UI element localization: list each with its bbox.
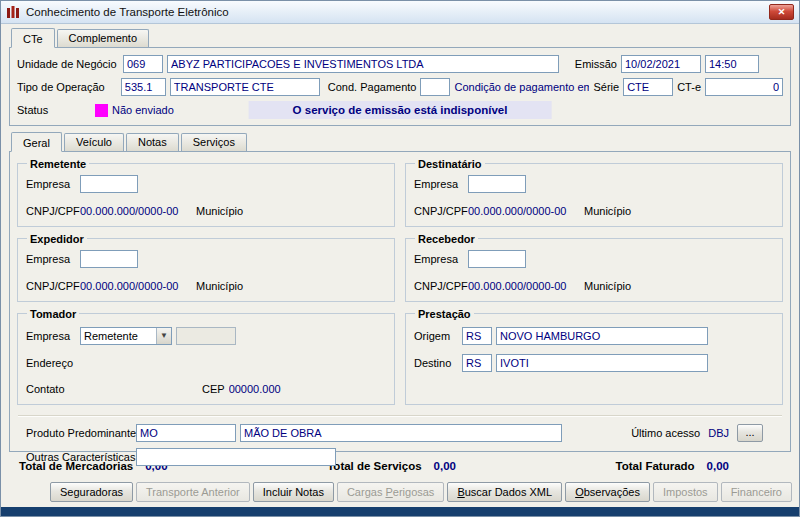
- tab-complemento[interactable]: Complemento: [57, 29, 149, 47]
- cargas-perigosas-button: Cargas Perigosas: [337, 482, 444, 502]
- destino-uf-input[interactable]: [462, 354, 492, 372]
- detail-tabset: Geral Veículo Notas Serviços: [11, 132, 791, 151]
- window-body: CTe Complemento Unidade de Negócio Emiss…: [1, 24, 799, 507]
- browse-button[interactable]: ...: [737, 424, 763, 442]
- incluir-notas-button[interactable]: Incluir Notas: [253, 482, 334, 502]
- contato-label: Contato: [26, 383, 76, 395]
- tomador-group: Tomador Empresa Remetente ▼ Endereço Con…: [17, 308, 395, 405]
- tab-veiculo[interactable]: Veículo: [64, 133, 124, 151]
- button-bar: Seguradoras Transporte Anterior Incluir …: [9, 477, 791, 507]
- cond-pagamento-label: Cond. Pagamento: [328, 81, 417, 93]
- status-value: Não enviado: [112, 104, 174, 116]
- municipio-label: Município: [584, 280, 631, 292]
- tipo-operacao-name-input[interactable]: [170, 78, 320, 96]
- cep-value: 00000.000: [229, 383, 281, 395]
- observacoes-button[interactable]: Observações: [565, 482, 650, 502]
- recebedor-group: Recebedor Empresa CNPJ/CPF 00.000.000/00…: [405, 233, 783, 302]
- tab-servicos[interactable]: Serviços: [181, 133, 247, 151]
- geral-panel: Remetente Empresa CNPJ/CPF 00.000.000/00…: [9, 151, 791, 452]
- recebedor-cnpj-value: 00.000.000/0000-00: [468, 280, 580, 292]
- tomador-empresa-input: [176, 327, 236, 345]
- emissao-date-input[interactable]: [621, 55, 701, 73]
- close-button[interactable]: ✕: [769, 4, 794, 20]
- main-tabset: CTe Complemento: [11, 28, 791, 47]
- destinatario-cnpj-value: 00.000.000/0000-00: [468, 205, 580, 217]
- empresa-label: Empresa: [26, 330, 76, 342]
- origem-municipio-input[interactable]: [496, 327, 708, 345]
- endereco-label: Endereço: [26, 357, 73, 369]
- cond-pagamento-hint: Condição de pagamento em branco: [454, 81, 589, 93]
- expedidor-title: Expedidor: [27, 233, 87, 245]
- recebedor-title: Recebedor: [415, 233, 478, 245]
- municipio-label: Município: [584, 205, 631, 217]
- tomador-tipo-value: Remetente: [84, 330, 156, 342]
- outras-caracteristicas-input[interactable]: [136, 448, 336, 466]
- recebedor-empresa-input[interactable]: [468, 250, 526, 268]
- remetente-empresa-input[interactable]: [80, 175, 138, 193]
- title-bar: Conhecimento de Transporte Eletrônico ✕: [1, 1, 799, 24]
- service-unavailable-message: O serviço de emissão está indisponível: [249, 101, 552, 119]
- municipio-label: Município: [196, 280, 243, 292]
- tipo-operacao-label: Tipo de Operação: [17, 81, 117, 93]
- destino-label: Destino: [414, 357, 458, 369]
- produto-predominante-label: Produto Predominante: [26, 427, 132, 439]
- cnpj-label: CNPJ/CPF: [26, 205, 76, 217]
- financeiro-button: Financeiro: [721, 482, 792, 502]
- empresa-label: Empresa: [414, 178, 464, 190]
- buscar-dados-xml-button[interactable]: Buscar Dados XML: [447, 482, 562, 502]
- expedidor-empresa-input[interactable]: [80, 250, 138, 268]
- cnpj-label: CNPJ/CPF: [414, 205, 464, 217]
- prestacao-title: Prestação: [415, 308, 474, 320]
- serie-input[interactable]: [623, 78, 673, 96]
- outras-caracteristicas-label: Outras Características: [26, 451, 132, 463]
- cte-number-label: CT-e: [677, 81, 701, 93]
- remetente-title: Remetente: [27, 158, 89, 170]
- status-label: Status: [17, 104, 91, 116]
- produto-desc-input[interactable]: [240, 424, 562, 442]
- cte-window: Conhecimento de Transporte Eletrônico ✕ …: [0, 0, 800, 517]
- destino-municipio-input[interactable]: [496, 354, 708, 372]
- serie-label: Série: [593, 81, 619, 93]
- seguradoras-button[interactable]: Seguradoras: [50, 482, 133, 502]
- chevron-down-icon: ▼: [156, 328, 171, 344]
- unidade-negocio-name-input[interactable]: [167, 55, 559, 73]
- app-icon: [6, 5, 20, 19]
- cond-pagamento-input[interactable]: [420, 78, 450, 96]
- tomador-tipo-select[interactable]: Remetente ▼: [80, 327, 172, 345]
- unidade-negocio-label: Unidade de Negócio: [17, 58, 119, 70]
- tomador-title: Tomador: [27, 308, 79, 320]
- tab-geral[interactable]: Geral: [11, 132, 62, 152]
- divider: [18, 415, 782, 417]
- tipo-operacao-code-input[interactable]: [121, 78, 166, 96]
- prestacao-group: Prestação Origem Destino: [405, 308, 783, 405]
- origem-label: Origem: [414, 330, 458, 342]
- tab-notas[interactable]: Notas: [126, 133, 179, 151]
- header-panel: Unidade de Negócio Emissão Tipo de Opera…: [9, 47, 791, 126]
- ultimo-acesso-label: Último acesso: [631, 427, 700, 439]
- window-title: Conhecimento de Transporte Eletrônico: [26, 6, 229, 18]
- cnpj-label: CNPJ/CPF: [26, 280, 76, 292]
- ultimo-acesso-value: DBJ: [708, 427, 729, 439]
- impostos-button: Impostos: [653, 482, 718, 502]
- remetente-group: Remetente Empresa CNPJ/CPF 00.000.000/00…: [17, 158, 395, 227]
- cep-label: CEP: [202, 383, 225, 395]
- window-bottom-edge: [1, 507, 799, 516]
- origem-uf-input[interactable]: [462, 327, 492, 345]
- destinatario-title: Destinatário: [415, 158, 485, 170]
- cte-number-input[interactable]: [705, 78, 783, 96]
- remetente-cnpj-value: 00.000.000/0000-00: [80, 205, 192, 217]
- emissao-time-input[interactable]: [705, 55, 759, 73]
- expedidor-cnpj-value: 00.000.000/0000-00: [80, 280, 192, 292]
- destinatario-empresa-input[interactable]: [468, 175, 526, 193]
- empresa-label: Empresa: [26, 253, 76, 265]
- empresa-label: Empresa: [414, 253, 464, 265]
- status-color-swatch: [95, 104, 108, 117]
- transporte-anterior-button: Transporte Anterior: [136, 482, 250, 502]
- unidade-negocio-code-input[interactable]: [123, 55, 163, 73]
- empresa-label: Empresa: [26, 178, 76, 190]
- cnpj-label: CNPJ/CPF: [414, 280, 464, 292]
- tab-cte[interactable]: CTe: [11, 28, 55, 48]
- emissao-label: Emissão: [575, 58, 617, 70]
- destinatario-group: Destinatário Empresa CNPJ/CPF 00.000.000…: [405, 158, 783, 227]
- produto-code-input[interactable]: [136, 424, 236, 442]
